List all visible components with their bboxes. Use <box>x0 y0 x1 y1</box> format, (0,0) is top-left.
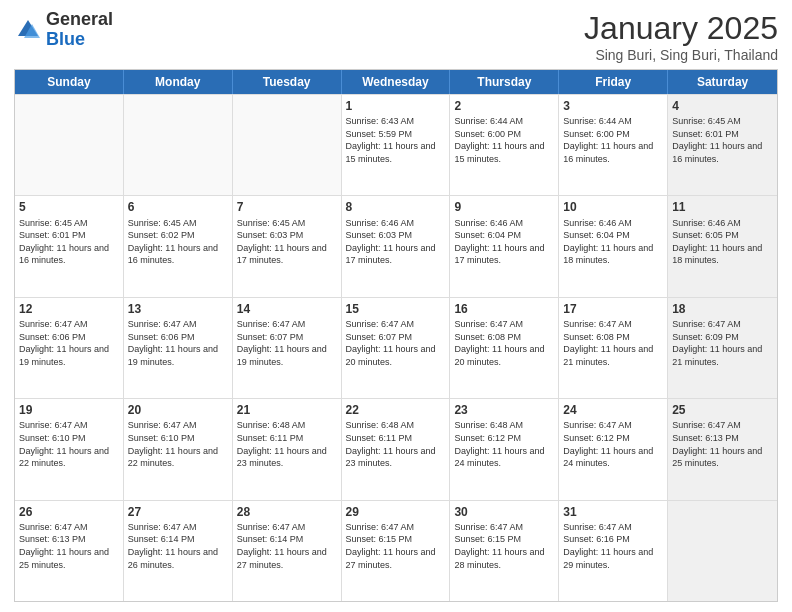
cell-info: Sunrise: 6:44 AM Sunset: 6:00 PM Dayligh… <box>563 115 663 165</box>
cell-info: Sunrise: 6:48 AM Sunset: 6:11 PM Dayligh… <box>237 419 337 469</box>
cal-cell-12: 12Sunrise: 6:47 AM Sunset: 6:06 PM Dayli… <box>15 298 124 398</box>
day-header-monday: Monday <box>124 70 233 94</box>
logo-blue-text: Blue <box>46 29 85 49</box>
title-block: January 2025 Sing Buri, Sing Buri, Thail… <box>584 10 778 63</box>
cell-info: Sunrise: 6:44 AM Sunset: 6:00 PM Dayligh… <box>454 115 554 165</box>
cal-cell-1: 1Sunrise: 6:43 AM Sunset: 5:59 PM Daylig… <box>342 95 451 195</box>
header: General Blue January 2025 Sing Buri, Sin… <box>14 10 778 63</box>
day-number: 25 <box>672 402 773 418</box>
cell-info: Sunrise: 6:45 AM Sunset: 6:02 PM Dayligh… <box>128 217 228 267</box>
cell-info: Sunrise: 6:46 AM Sunset: 6:04 PM Dayligh… <box>454 217 554 267</box>
day-number: 3 <box>563 98 663 114</box>
cell-info: Sunrise: 6:47 AM Sunset: 6:10 PM Dayligh… <box>19 419 119 469</box>
day-header-sunday: Sunday <box>15 70 124 94</box>
calendar: SundayMondayTuesdayWednesdayThursdayFrid… <box>14 69 778 602</box>
day-number: 4 <box>672 98 773 114</box>
logo-general-text: General <box>46 9 113 29</box>
cell-info: Sunrise: 6:47 AM Sunset: 6:08 PM Dayligh… <box>454 318 554 368</box>
cal-cell-30: 30Sunrise: 6:47 AM Sunset: 6:15 PM Dayli… <box>450 501 559 601</box>
cal-cell-6: 6Sunrise: 6:45 AM Sunset: 6:02 PM Daylig… <box>124 196 233 296</box>
cal-cell-18: 18Sunrise: 6:47 AM Sunset: 6:09 PM Dayli… <box>668 298 777 398</box>
cal-cell-20: 20Sunrise: 6:47 AM Sunset: 6:10 PM Dayli… <box>124 399 233 499</box>
cal-cell-22: 22Sunrise: 6:48 AM Sunset: 6:11 PM Dayli… <box>342 399 451 499</box>
day-number: 30 <box>454 504 554 520</box>
cal-cell-7: 7Sunrise: 6:45 AM Sunset: 6:03 PM Daylig… <box>233 196 342 296</box>
cal-cell-3: 3Sunrise: 6:44 AM Sunset: 6:00 PM Daylig… <box>559 95 668 195</box>
cal-cell-empty-0 <box>15 95 124 195</box>
cell-info: Sunrise: 6:47 AM Sunset: 6:12 PM Dayligh… <box>563 419 663 469</box>
cal-cell-empty-1 <box>124 95 233 195</box>
logo-icon <box>14 16 42 44</box>
day-headers: SundayMondayTuesdayWednesdayThursdayFrid… <box>15 70 777 94</box>
cal-cell-31: 31Sunrise: 6:47 AM Sunset: 6:16 PM Dayli… <box>559 501 668 601</box>
day-number: 12 <box>19 301 119 317</box>
cell-info: Sunrise: 6:48 AM Sunset: 6:11 PM Dayligh… <box>346 419 446 469</box>
cal-cell-2: 2Sunrise: 6:44 AM Sunset: 6:00 PM Daylig… <box>450 95 559 195</box>
cell-info: Sunrise: 6:46 AM Sunset: 6:03 PM Dayligh… <box>346 217 446 267</box>
cell-info: Sunrise: 6:47 AM Sunset: 6:07 PM Dayligh… <box>346 318 446 368</box>
day-header-thursday: Thursday <box>450 70 559 94</box>
cal-cell-21: 21Sunrise: 6:48 AM Sunset: 6:11 PM Dayli… <box>233 399 342 499</box>
cal-cell-16: 16Sunrise: 6:47 AM Sunset: 6:08 PM Dayli… <box>450 298 559 398</box>
calendar-row-1: 1Sunrise: 6:43 AM Sunset: 5:59 PM Daylig… <box>15 94 777 195</box>
cell-info: Sunrise: 6:46 AM Sunset: 6:04 PM Dayligh… <box>563 217 663 267</box>
cal-cell-19: 19Sunrise: 6:47 AM Sunset: 6:10 PM Dayli… <box>15 399 124 499</box>
cell-info: Sunrise: 6:47 AM Sunset: 6:13 PM Dayligh… <box>672 419 773 469</box>
day-number: 21 <box>237 402 337 418</box>
cell-info: Sunrise: 6:47 AM Sunset: 6:07 PM Dayligh… <box>237 318 337 368</box>
cal-cell-4: 4Sunrise: 6:45 AM Sunset: 6:01 PM Daylig… <box>668 95 777 195</box>
day-number: 26 <box>19 504 119 520</box>
calendar-row-4: 19Sunrise: 6:47 AM Sunset: 6:10 PM Dayli… <box>15 398 777 499</box>
day-number: 20 <box>128 402 228 418</box>
day-number: 19 <box>19 402 119 418</box>
cell-info: Sunrise: 6:47 AM Sunset: 6:14 PM Dayligh… <box>128 521 228 571</box>
day-number: 6 <box>128 199 228 215</box>
cal-cell-8: 8Sunrise: 6:46 AM Sunset: 6:03 PM Daylig… <box>342 196 451 296</box>
day-header-tuesday: Tuesday <box>233 70 342 94</box>
cal-cell-empty-6 <box>668 501 777 601</box>
cell-info: Sunrise: 6:47 AM Sunset: 6:13 PM Dayligh… <box>19 521 119 571</box>
day-number: 11 <box>672 199 773 215</box>
day-number: 13 <box>128 301 228 317</box>
day-number: 1 <box>346 98 446 114</box>
calendar-subtitle: Sing Buri, Sing Buri, Thailand <box>584 47 778 63</box>
cal-cell-24: 24Sunrise: 6:47 AM Sunset: 6:12 PM Dayli… <box>559 399 668 499</box>
day-number: 23 <box>454 402 554 418</box>
cell-info: Sunrise: 6:47 AM Sunset: 6:09 PM Dayligh… <box>672 318 773 368</box>
day-header-saturday: Saturday <box>668 70 777 94</box>
calendar-body: 1Sunrise: 6:43 AM Sunset: 5:59 PM Daylig… <box>15 94 777 601</box>
cell-info: Sunrise: 6:48 AM Sunset: 6:12 PM Dayligh… <box>454 419 554 469</box>
cal-cell-13: 13Sunrise: 6:47 AM Sunset: 6:06 PM Dayli… <box>124 298 233 398</box>
day-number: 22 <box>346 402 446 418</box>
day-number: 5 <box>19 199 119 215</box>
cal-cell-17: 17Sunrise: 6:47 AM Sunset: 6:08 PM Dayli… <box>559 298 668 398</box>
logo: General Blue <box>14 10 113 50</box>
day-number: 2 <box>454 98 554 114</box>
cell-info: Sunrise: 6:45 AM Sunset: 6:01 PM Dayligh… <box>672 115 773 165</box>
calendar-title: January 2025 <box>584 10 778 47</box>
day-number: 10 <box>563 199 663 215</box>
cal-cell-28: 28Sunrise: 6:47 AM Sunset: 6:14 PM Dayli… <box>233 501 342 601</box>
cal-cell-11: 11Sunrise: 6:46 AM Sunset: 6:05 PM Dayli… <box>668 196 777 296</box>
calendar-row-5: 26Sunrise: 6:47 AM Sunset: 6:13 PM Dayli… <box>15 500 777 601</box>
cell-info: Sunrise: 6:45 AM Sunset: 6:01 PM Dayligh… <box>19 217 119 267</box>
cell-info: Sunrise: 6:47 AM Sunset: 6:15 PM Dayligh… <box>346 521 446 571</box>
cal-cell-empty-2 <box>233 95 342 195</box>
cell-info: Sunrise: 6:43 AM Sunset: 5:59 PM Dayligh… <box>346 115 446 165</box>
day-number: 9 <box>454 199 554 215</box>
cal-cell-26: 26Sunrise: 6:47 AM Sunset: 6:13 PM Dayli… <box>15 501 124 601</box>
day-number: 17 <box>563 301 663 317</box>
day-number: 28 <box>237 504 337 520</box>
cal-cell-29: 29Sunrise: 6:47 AM Sunset: 6:15 PM Dayli… <box>342 501 451 601</box>
cell-info: Sunrise: 6:47 AM Sunset: 6:06 PM Dayligh… <box>128 318 228 368</box>
cell-info: Sunrise: 6:47 AM Sunset: 6:08 PM Dayligh… <box>563 318 663 368</box>
calendar-row-2: 5Sunrise: 6:45 AM Sunset: 6:01 PM Daylig… <box>15 195 777 296</box>
cell-info: Sunrise: 6:47 AM Sunset: 6:15 PM Dayligh… <box>454 521 554 571</box>
cal-cell-9: 9Sunrise: 6:46 AM Sunset: 6:04 PM Daylig… <box>450 196 559 296</box>
day-number: 31 <box>563 504 663 520</box>
day-number: 15 <box>346 301 446 317</box>
day-number: 16 <box>454 301 554 317</box>
cell-info: Sunrise: 6:47 AM Sunset: 6:14 PM Dayligh… <box>237 521 337 571</box>
page: General Blue January 2025 Sing Buri, Sin… <box>0 0 792 612</box>
day-number: 27 <box>128 504 228 520</box>
